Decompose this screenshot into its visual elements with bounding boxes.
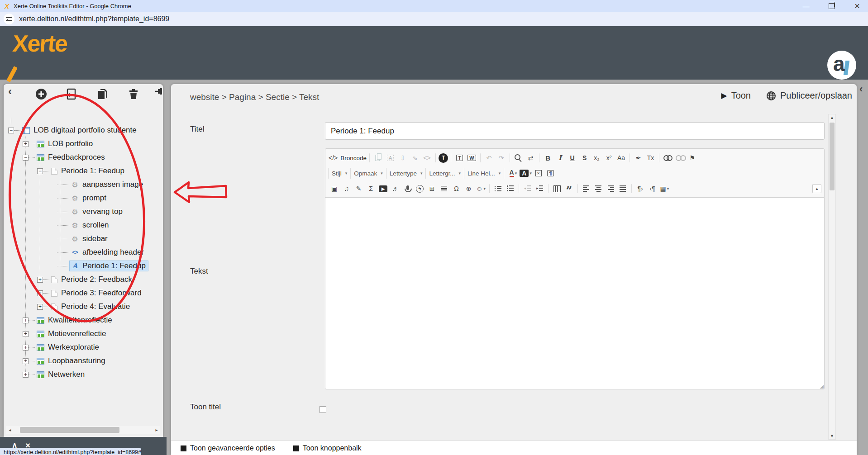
tree-expander[interactable]	[57, 195, 63, 201]
duplicate-icon[interactable]	[96, 88, 109, 100]
close-icon[interactable]: ×	[853, 1, 862, 11]
widget-icon[interactable]: ✎	[353, 183, 364, 194]
restore-icon[interactable]	[829, 3, 835, 9]
tree-item[interactable]: Loopbaansturing	[4, 354, 163, 368]
tree-expander[interactable]	[57, 209, 63, 215]
tree-item[interactable]: vervang top	[4, 205, 163, 218]
buttonbar-checkbox[interactable]	[293, 446, 299, 451]
ltr-icon[interactable]: ¶›	[634, 183, 646, 194]
style-dropdown[interactable]: Stijl	[329, 168, 351, 179]
tree-expander[interactable]	[23, 318, 29, 323]
scroll-right-icon[interactable]: ▸	[153, 427, 160, 432]
tree-item[interactable]: Periode 1: Feedup	[4, 259, 163, 273]
strikethrough-icon[interactable]: S	[579, 152, 590, 164]
flash-icon[interactable]: ϟ	[414, 183, 425, 194]
format-dropdown[interactable]: Opmaak	[351, 168, 386, 179]
text-case-icon[interactable]: Aa	[615, 152, 627, 164]
audio-icon[interactable]: ♬	[390, 183, 401, 194]
video-icon[interactable]: ▶	[377, 183, 389, 194]
tree-item[interactable]: prompt	[4, 191, 163, 205]
tree-item[interactable]: Periode 3: Feedforward	[4, 286, 163, 300]
tree-item[interactable]: LOB digitaal portfolio studente	[4, 123, 163, 137]
collapse-toolbar-icon[interactable]: ▲	[812, 184, 821, 193]
site-settings-button[interactable]	[4, 14, 14, 24]
text-color-icon[interactable]: A	[507, 168, 519, 179]
font-dropdown[interactable]: Lettertype	[386, 168, 426, 179]
fontsize-dropdown[interactable]: Lettergr...	[426, 168, 464, 179]
italic-icon[interactable]: I	[554, 152, 566, 164]
collapse-left-icon[interactable]: ‹	[8, 85, 12, 98]
tree-expander[interactable]	[23, 345, 29, 351]
tree-item[interactable]: Netwerken	[4, 368, 163, 381]
iframe-icon[interactable]: ⊕	[463, 183, 474, 194]
plain-text-toggle-icon[interactable]: T	[439, 153, 448, 163]
language-icon[interactable]: ▦	[659, 183, 670, 194]
scroll-left-icon[interactable]: ◂	[6, 427, 14, 432]
horizontal-rule-icon[interactable]	[439, 183, 450, 194]
tree-expander[interactable]	[23, 155, 29, 161]
title-input[interactable]	[325, 122, 825, 140]
align-justify-icon[interactable]	[617, 183, 629, 194]
image-audio-icon[interactable]: ♫	[341, 183, 352, 194]
tree-expander[interactable]	[57, 223, 63, 228]
rtl-icon[interactable]: ‹¶	[647, 183, 658, 194]
align-right-icon[interactable]	[605, 183, 616, 194]
emoji-icon[interactable]: ☺	[475, 183, 486, 194]
url-text[interactable]: xerte.deltion.nl/edithtml.php?template_i…	[19, 15, 169, 23]
source-button[interactable]: </>Broncode	[329, 152, 367, 164]
image-icon[interactable]: ▣	[329, 183, 340, 194]
unordered-list-icon[interactable]	[505, 183, 516, 194]
collapse-right-icon[interactable]: ‹	[859, 83, 863, 95]
anchor-icon[interactable]: ⚑	[687, 152, 698, 164]
tree-item[interactable]: LOB portfolio	[4, 137, 163, 151]
scroll-up-icon[interactable]: ▲	[829, 115, 835, 120]
tree-expander[interactable]	[37, 277, 43, 283]
pin-icon[interactable]	[154, 86, 163, 96]
align-left-icon[interactable]	[581, 183, 592, 194]
paste-from-word-icon[interactable]: W	[466, 152, 477, 164]
bg-color-icon[interactable]: A	[520, 168, 532, 179]
tree-expander[interactable]	[23, 331, 29, 337]
tree-expander[interactable]	[23, 372, 29, 378]
indent-icon[interactable]	[534, 183, 545, 194]
add-icon[interactable]	[35, 88, 48, 100]
tree-item[interactable]: Periode 2: Feedback	[4, 273, 163, 286]
breadcrumb[interactable]: website > Pagina > Sectie > Tekst	[190, 92, 319, 102]
show-blocks-icon[interactable]: ¶	[545, 168, 556, 179]
link-icon[interactable]	[662, 152, 673, 164]
blockquote-icon[interactable]: ”	[563, 183, 575, 194]
tree-expander[interactable]	[23, 141, 29, 147]
tree-item[interactable]: Periode 1: Feedup	[4, 164, 163, 178]
underline-icon[interactable]: U	[567, 152, 578, 164]
tree-item[interactable]: Motievenreflectie	[4, 327, 163, 341]
tree-item[interactable]: Periode 4: Evaluatie	[4, 300, 163, 313]
ordered-list-icon[interactable]	[492, 183, 504, 194]
import-icon[interactable]	[65, 88, 78, 100]
tree-item[interactable]: sidebar	[4, 232, 163, 246]
editor-content[interactable]	[325, 197, 824, 381]
bold-icon[interactable]: B	[542, 152, 553, 164]
copy-formatting-icon[interactable]: ✒	[633, 152, 644, 164]
subscript-icon[interactable]: x₂	[591, 152, 602, 164]
tree-item[interactable]: Werkexploratie	[4, 341, 163, 354]
scroll-down-icon[interactable]: ▼	[829, 434, 835, 438]
tree-item[interactable]: scrollen	[4, 218, 163, 232]
scrollbar-thumb[interactable]	[20, 427, 119, 433]
columns-icon[interactable]	[551, 183, 563, 194]
resize-grip-icon[interactable]: ◢	[820, 384, 824, 389]
table-icon[interactable]: ⊞	[426, 183, 438, 194]
tree-expander[interactable]	[57, 236, 63, 242]
tree-expander[interactable]	[23, 358, 29, 364]
microphone-icon[interactable]	[402, 183, 413, 194]
tree-expander[interactable]	[37, 304, 43, 310]
publish-button[interactable]: Publiceer/opslaan	[766, 90, 852, 101]
replace-icon[interactable]: ⇄	[525, 152, 536, 164]
tree-expander[interactable]	[37, 168, 43, 174]
scrollbar-track[interactable]	[14, 427, 153, 433]
advanced-options-checkbox[interactable]	[181, 446, 186, 451]
tree-expander[interactable]	[37, 290, 43, 296]
minimize-icon[interactable]: —	[801, 2, 811, 10]
superscript-icon[interactable]: x²	[603, 152, 615, 164]
trash-icon[interactable]	[127, 88, 140, 100]
math-icon[interactable]: Σ	[365, 183, 377, 194]
